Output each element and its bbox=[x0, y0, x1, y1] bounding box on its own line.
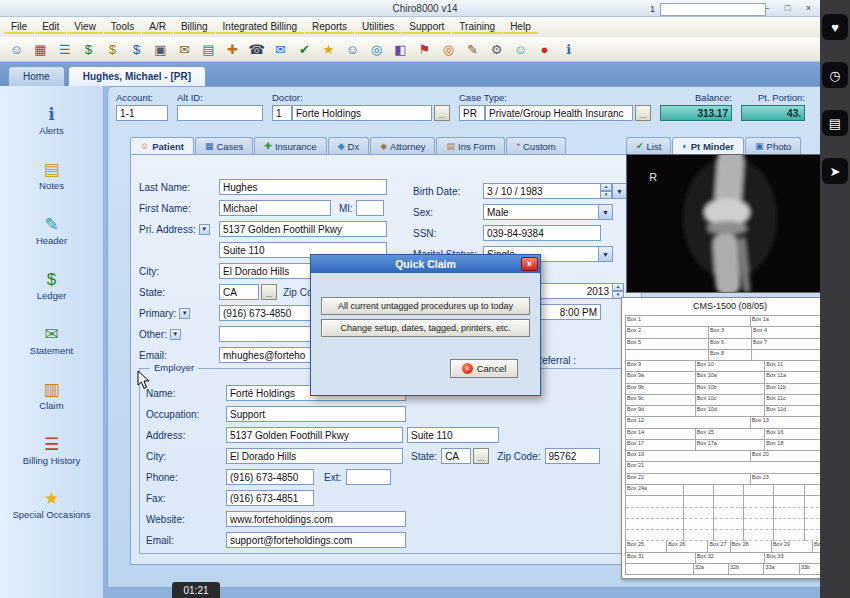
claim-icon[interactable]: ✚ bbox=[222, 39, 243, 60]
history-icon[interactable]: ◷ bbox=[822, 62, 848, 88]
doctor-number-field[interactable]: 1 bbox=[272, 105, 292, 121]
schedule-icon[interactable]: ▦ bbox=[30, 39, 51, 60]
chart-icon[interactable]: ◧ bbox=[390, 39, 411, 60]
statement-icon[interactable]: ✉ bbox=[174, 39, 195, 60]
tab-photo[interactable]: ▣Photo bbox=[745, 137, 801, 154]
sidebar-item-ledger[interactable]: $Ledger bbox=[6, 271, 98, 302]
account-field[interactable]: 1-1 bbox=[116, 105, 168, 121]
ssn-field[interactable]: 039-84-9384 bbox=[483, 225, 601, 241]
dialog-close-button[interactable]: × bbox=[521, 257, 538, 271]
sidebar-item-claim[interactable]: ▥Claim bbox=[6, 381, 98, 412]
tab-dx[interactable]: ◆Dx bbox=[328, 137, 370, 154]
globe-icon[interactable]: ◎ bbox=[366, 39, 387, 60]
heart-icon[interactable]: ♥ bbox=[822, 14, 848, 40]
layers-icon[interactable]: ▤ bbox=[822, 110, 848, 136]
flag-icon[interactable]: ⚑ bbox=[414, 39, 435, 60]
person-icon[interactable]: ☺ bbox=[342, 39, 363, 60]
sex-combo[interactable]: Male▼ bbox=[483, 204, 613, 220]
sidebar-item-special-occasions[interactable]: ★Special Occasions bbox=[6, 490, 98, 521]
quick-claim-title-bar[interactable]: Quick Claim × bbox=[311, 255, 540, 273]
doctor-lookup-button[interactable]: ... bbox=[434, 105, 450, 121]
mail-icon[interactable]: ✉ bbox=[270, 39, 291, 60]
gear-icon[interactable]: ⚙ bbox=[486, 39, 507, 60]
doctor-name-field[interactable]: Forte Holdings bbox=[292, 105, 432, 121]
help-icon[interactable]: ℹ bbox=[558, 39, 579, 60]
other-phone-dropdown-icon[interactable]: ▼ bbox=[170, 329, 181, 340]
sidebar-item-header[interactable]: ✎Header bbox=[6, 216, 98, 247]
star-icon[interactable]: ★ bbox=[318, 39, 339, 60]
occupation-field[interactable]: Support bbox=[226, 406, 406, 422]
employer-address-field[interactable]: 5137 Golden Foothill Pkwy bbox=[226, 427, 403, 443]
menu-item-tools[interactable]: Tools bbox=[104, 20, 141, 34]
tab-patient-record[interactable]: Hughes, Michael - [PR] bbox=[68, 66, 206, 86]
last-name-field[interactable]: Hughes bbox=[219, 179, 387, 195]
send-icon[interactable]: ➤ bbox=[822, 158, 848, 184]
pri-address-dropdown-icon[interactable]: ▼ bbox=[199, 224, 210, 235]
case-type-name-field[interactable]: Private/Group Health Insuranc bbox=[485, 105, 633, 121]
menu-item-billing[interactable]: Billing bbox=[174, 20, 215, 34]
menu-item-file[interactable]: File bbox=[4, 20, 34, 34]
deposit-dollar-icon[interactable]: $ bbox=[126, 39, 147, 60]
fax-field[interactable]: (916) 673-4851 bbox=[226, 490, 314, 506]
case-type-code-field[interactable]: PR bbox=[459, 105, 485, 121]
check-icon[interactable]: ✔ bbox=[294, 39, 315, 60]
menu-input[interactable] bbox=[660, 3, 766, 16]
employer-email-field[interactable]: support@forteholdings.com bbox=[226, 532, 406, 548]
cms-1500-preview[interactable]: CMS-1500 (08/05) Box 1Box 1aBox 2Box 3Bo… bbox=[621, 297, 839, 579]
sex-dropdown-icon[interactable]: ▼ bbox=[598, 204, 613, 220]
payment-dollar-icon[interactable]: $ bbox=[102, 39, 123, 60]
untagged-procedures-button[interactable]: All current untagged procedures up to to… bbox=[321, 297, 530, 315]
close-button[interactable]: × bbox=[798, 0, 819, 16]
cancel-button[interactable]: × Cancel bbox=[450, 359, 518, 378]
menu-item-a-r[interactable]: A/R bbox=[142, 20, 173, 34]
employer-zip-field[interactable]: 95762 bbox=[545, 448, 600, 464]
state-lookup-button[interactable]: ... bbox=[261, 284, 277, 300]
print-icon[interactable]: ▣ bbox=[150, 39, 171, 60]
maximize-button[interactable]: □ bbox=[777, 0, 798, 16]
tab-attorney[interactable]: ◈Attorney bbox=[370, 137, 435, 154]
billing-dollar-icon[interactable]: $ bbox=[78, 39, 99, 60]
birth-date-field[interactable]: 3 / 10 / 1983 bbox=[483, 183, 601, 199]
menu-item-view[interactable]: View bbox=[67, 20, 103, 34]
sidebar-item-alerts[interactable]: ℹAlerts bbox=[6, 106, 98, 137]
employer-state-field[interactable]: CA bbox=[441, 448, 471, 464]
menu-item-utilities[interactable]: Utilities bbox=[355, 20, 401, 34]
menu-item-edit[interactable]: Edit bbox=[35, 20, 66, 34]
birth-date-spinner[interactable]: ▲▼ bbox=[600, 183, 612, 199]
sidebar-item-notes[interactable]: ▤Notes bbox=[6, 161, 98, 192]
tab-custom[interactable]: *Custom bbox=[506, 137, 565, 154]
ext-field[interactable] bbox=[346, 469, 391, 485]
pri-address-field[interactable]: 5137 Golden Foothill Pkwy bbox=[219, 221, 387, 237]
birth-date-calendar-button[interactable]: ▼ bbox=[612, 183, 627, 199]
phone-icon[interactable]: ☎ bbox=[246, 39, 267, 60]
tab-pt-minder[interactable]: ◐Pt Minder bbox=[672, 137, 744, 154]
menu-item-support[interactable]: Support bbox=[402, 20, 451, 34]
mi-field[interactable] bbox=[356, 200, 384, 216]
group-icon[interactable]: ☺ bbox=[510, 39, 531, 60]
new-patient-icon[interactable]: ☺ bbox=[6, 39, 27, 60]
menu-item-integrated-billing[interactable]: Integrated Billing bbox=[216, 20, 305, 34]
website-field[interactable]: www.forteholdings.com bbox=[226, 511, 406, 527]
target-icon[interactable]: ◎ bbox=[438, 39, 459, 60]
employer-phone-field[interactable]: (916) 673-4850 bbox=[226, 469, 314, 485]
tab-insurance[interactable]: ✚Insurance bbox=[254, 137, 326, 154]
employer-city-field[interactable]: El Dorado Hills bbox=[226, 448, 403, 464]
tab-list[interactable]: ✔List bbox=[626, 137, 671, 154]
tab-ins-form[interactable]: ▤Ins Form bbox=[436, 137, 505, 154]
menu-item-reports[interactable]: Reports bbox=[305, 20, 354, 34]
employer-address2-field[interactable]: Suite 110 bbox=[407, 427, 499, 443]
tab-patient[interactable]: ☺Patient bbox=[130, 137, 194, 154]
employer-state-lookup-button[interactable]: ... bbox=[473, 448, 489, 464]
first-name-field[interactable]: Michael bbox=[219, 200, 331, 216]
state-field[interactable]: CA bbox=[219, 284, 259, 300]
sidebar-item-statement[interactable]: ✉Statement bbox=[6, 326, 98, 357]
marital-status-dropdown-icon[interactable]: ▼ bbox=[598, 246, 613, 262]
record-dot-icon[interactable]: ● bbox=[534, 39, 555, 60]
sidebar-item-billing-history[interactable]: ☰Billing History bbox=[6, 436, 98, 467]
primary-phone-dropdown-icon[interactable]: ▼ bbox=[179, 308, 190, 319]
case-type-lookup-button[interactable]: ... bbox=[635, 105, 651, 121]
patient-list-icon[interactable]: ☰ bbox=[54, 39, 75, 60]
menu-item-training[interactable]: Training bbox=[452, 20, 502, 34]
change-setup-button[interactable]: Change setup, dates, tagged, printers, e… bbox=[321, 319, 530, 337]
tab-home[interactable]: Home bbox=[8, 66, 65, 86]
